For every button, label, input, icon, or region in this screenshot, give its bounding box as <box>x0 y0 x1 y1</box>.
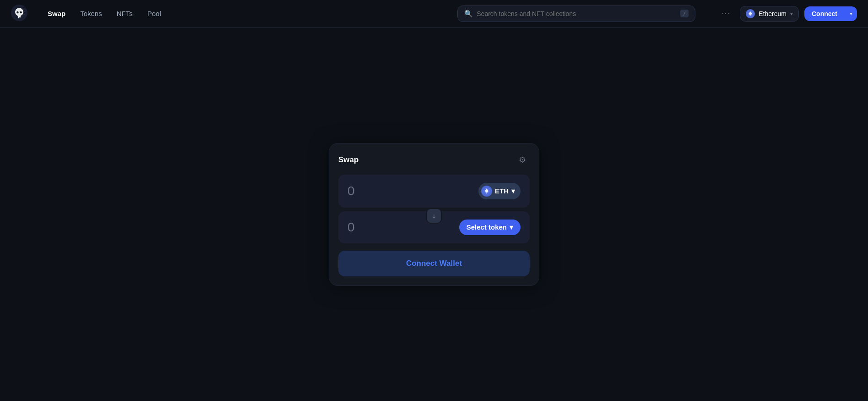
from-token-chevron-icon: ▾ <box>511 187 515 195</box>
header: Swap Tokens NFTs Pool 🔍 / ··· Ethereum ▾… <box>0 0 868 27</box>
nav-pool[interactable]: Pool <box>142 7 167 20</box>
nav-nfts[interactable]: NFTs <box>111 7 138 20</box>
from-token-box: ETH ▾ <box>338 175 530 208</box>
swap-card: Swap ⚙ ETH ▾ ↓ <box>329 143 539 286</box>
svg-point-2 <box>20 11 22 13</box>
svg-marker-3 <box>749 11 752 15</box>
swap-card-header: Swap ⚙ <box>338 153 530 167</box>
from-amount-input[interactable] <box>347 184 451 198</box>
ethereum-network-icon <box>746 9 755 18</box>
more-menu-button[interactable]: ··· <box>717 7 734 20</box>
network-selector[interactable]: Ethereum ▾ <box>740 6 799 22</box>
connect-button-label: Connect <box>804 6 845 21</box>
from-token-symbol: ETH <box>495 187 509 195</box>
nav-tokens[interactable]: Tokens <box>75 7 108 20</box>
network-chevron-icon: ▾ <box>790 11 793 17</box>
header-right: ··· Ethereum ▾ Connect ▾ <box>717 6 857 22</box>
select-token-chevron-icon: ▾ <box>510 223 513 231</box>
search-icon: 🔍 <box>464 10 473 18</box>
swap-card-title: Swap <box>338 155 358 165</box>
swap-direction-button[interactable]: ↓ <box>426 208 442 224</box>
select-token-label: Select token <box>467 223 507 231</box>
from-token-selector[interactable]: ETH ▾ <box>478 183 521 199</box>
network-label: Ethereum <box>759 10 787 17</box>
search-input[interactable] <box>477 10 676 17</box>
connect-wallet-button[interactable]: Connect Wallet <box>338 251 530 276</box>
select-token-button[interactable]: Select token ▾ <box>459 220 521 235</box>
search-slash-key: / <box>680 10 689 17</box>
connect-button-chevron-icon: ▾ <box>845 7 857 21</box>
main-content: Swap ⚙ ETH ▾ ↓ <box>0 27 868 401</box>
svg-point-1 <box>16 11 19 13</box>
eth-token-icon <box>481 186 492 197</box>
connect-button[interactable]: Connect ▾ <box>804 6 857 21</box>
from-token-inner: ETH ▾ <box>347 183 521 199</box>
search-bar[interactable]: 🔍 / <box>457 5 695 22</box>
logo[interactable] <box>11 5 27 23</box>
settings-button[interactable]: ⚙ <box>515 153 530 167</box>
nav-swap[interactable]: Swap <box>42 7 71 20</box>
nav: Swap Tokens NFTs Pool <box>42 7 167 20</box>
